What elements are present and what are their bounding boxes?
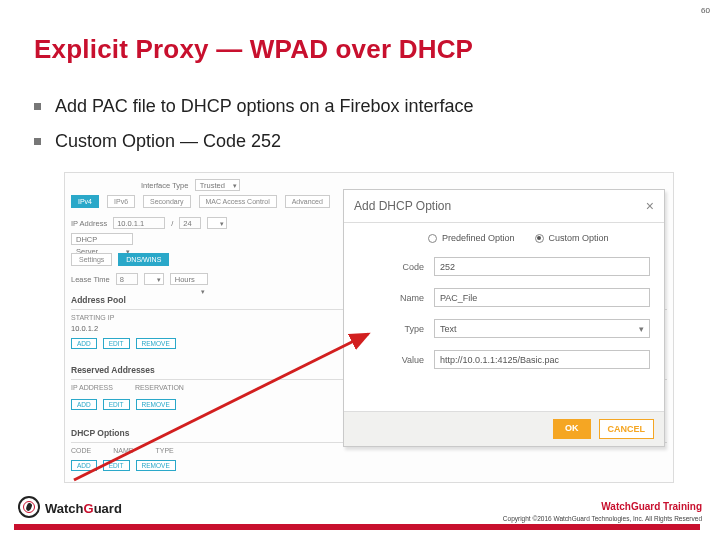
- settings-tabs: Settings DNS/WINS: [71, 253, 169, 266]
- dialog-title: Add DHCP Option: [354, 199, 451, 213]
- lease-unit-select[interactable]: Hours: [170, 273, 208, 285]
- bullet-item: Custom Option — Code 252: [34, 131, 686, 152]
- lease-value-stepper[interactable]: [144, 273, 164, 285]
- bullet-text: Custom Option — Code 252: [55, 131, 281, 152]
- add-dhcp-option-dialog: Add DHCP Option × Predefined Option Cust…: [343, 189, 665, 447]
- slide-title: Explicit Proxy — WPAD over DHCP: [34, 34, 473, 65]
- dialog-footer: OK CANCEL: [344, 411, 664, 446]
- lease-value-input[interactable]: 8: [116, 273, 138, 285]
- mask-dropdown[interactable]: [207, 217, 227, 229]
- ok-button[interactable]: OK: [553, 419, 591, 439]
- ip-label: IP Address: [71, 219, 107, 228]
- logo-text-c: uard: [94, 501, 122, 516]
- dhcp-server-select[interactable]: DHCP Server: [71, 233, 133, 245]
- value-row: Value http://10.0.1.1:4125/Basic.pac: [358, 350, 650, 369]
- page-number: 60: [701, 6, 710, 15]
- dhcpopt-edit-button[interactable]: EDIT: [103, 460, 130, 471]
- reserved-edit-button[interactable]: EDIT: [103, 399, 130, 410]
- bullet-list: Add PAC file to DHCP options on a Firebo…: [34, 96, 686, 166]
- reserved-th-res: RESERVATION: [135, 384, 184, 391]
- reserved-remove-button[interactable]: REMOVE: [136, 399, 176, 410]
- code-input[interactable]: 252: [434, 257, 650, 276]
- tab-mac-access[interactable]: MAC Access Control: [199, 195, 277, 208]
- cancel-button[interactable]: CANCEL: [599, 419, 655, 439]
- type-select[interactable]: Text: [434, 319, 650, 338]
- radio-icon: [535, 234, 544, 243]
- config-tabs: IPv4 IPv6 Secondary MAC Access Control A…: [71, 195, 330, 208]
- type-row: Type Text: [358, 319, 650, 338]
- lease-label: Lease Time: [71, 275, 110, 284]
- reserved-th-ip: IP ADDRESS: [71, 384, 113, 391]
- tab-ipv4[interactable]: IPv4: [71, 195, 99, 208]
- pool-remove-button[interactable]: REMOVE: [136, 338, 176, 349]
- dialog-body: Predefined Option Custom Option Code 252…: [344, 223, 664, 369]
- reserved-add-button[interactable]: ADD: [71, 399, 97, 410]
- name-label: Name: [358, 293, 434, 303]
- dhcpopt-add-button[interactable]: ADD: [71, 460, 97, 471]
- logo-text-b: G: [84, 501, 94, 516]
- tab-settings[interactable]: Settings: [71, 253, 112, 266]
- value-label: Value: [358, 355, 434, 365]
- mask-input[interactable]: 24: [179, 217, 201, 229]
- code-label: Code: [358, 262, 434, 272]
- pool-th-start: STARTING IP: [71, 314, 114, 321]
- slash-label: /: [171, 219, 173, 228]
- lease-time-row: Lease Time 8 Hours: [71, 273, 208, 285]
- name-input[interactable]: PAC_File: [434, 288, 650, 307]
- dhcpopt-remove-button[interactable]: REMOVE: [136, 460, 176, 471]
- footer-red-bar: [14, 524, 700, 530]
- logo-text: WatchGuard: [45, 501, 122, 516]
- custom-option-radio[interactable]: Custom Option: [535, 233, 609, 243]
- tab-advanced[interactable]: Advanced: [285, 195, 330, 208]
- bullet-text: Add PAC file to DHCP options on a Firebo…: [55, 96, 474, 117]
- dhcpopt-th-type: TYPE: [155, 447, 173, 454]
- screenshot-panel: Interface Type Trusted IPv4 IPv6 Seconda…: [64, 172, 674, 483]
- slide: 60 Explicit Proxy — WPAD over DHCP Add P…: [0, 0, 720, 540]
- pool-edit-button[interactable]: EDIT: [103, 338, 130, 349]
- dhcpopt-th-name: NAME: [113, 447, 133, 454]
- value-input[interactable]: http://10.0.1.1:4125/Basic.pac: [434, 350, 650, 369]
- pool-add-button[interactable]: ADD: [71, 338, 97, 349]
- radio-icon: [428, 234, 437, 243]
- option-type-radio-group: Predefined Option Custom Option: [428, 233, 650, 243]
- dialog-header: Add DHCP Option ×: [344, 190, 664, 223]
- predefined-label: Predefined Option: [442, 233, 515, 243]
- ip-input[interactable]: 10.0.1.1: [113, 217, 165, 229]
- bullet-item: Add PAC file to DHCP options on a Firebo…: [34, 96, 686, 117]
- interface-type-label: Interface Type: [141, 181, 188, 190]
- tab-ipv6[interactable]: IPv6: [107, 195, 135, 208]
- tab-dns-wins[interactable]: DNS/WINS: [118, 253, 169, 266]
- close-icon[interactable]: ×: [646, 199, 654, 213]
- dhcpopt-th-code: CODE: [71, 447, 91, 454]
- bullet-square-icon: [34, 103, 41, 110]
- copyright-text: Copyright ©2016 WatchGuard Technologies,…: [503, 515, 702, 522]
- training-label: WatchGuard Training: [601, 501, 702, 512]
- ip-address-row: IP Address 10.0.1.1 / 24: [71, 217, 227, 229]
- custom-label: Custom Option: [549, 233, 609, 243]
- logo-text-a: Watch: [45, 501, 84, 516]
- interface-type-select[interactable]: Trusted: [195, 179, 240, 191]
- code-row: Code 252: [358, 257, 650, 276]
- predefined-option-radio[interactable]: Predefined Option: [428, 233, 515, 243]
- name-row: Name PAC_File: [358, 288, 650, 307]
- tab-secondary[interactable]: Secondary: [143, 195, 190, 208]
- pool-td-start: 10.0.1.2: [71, 324, 98, 333]
- bullet-square-icon: [34, 138, 41, 145]
- type-label: Type: [358, 324, 434, 334]
- interface-type-row: Interface Type Trusted: [141, 179, 240, 191]
- watchguard-logo: WatchGuard: [18, 496, 122, 518]
- logo-mark-icon: [18, 496, 40, 518]
